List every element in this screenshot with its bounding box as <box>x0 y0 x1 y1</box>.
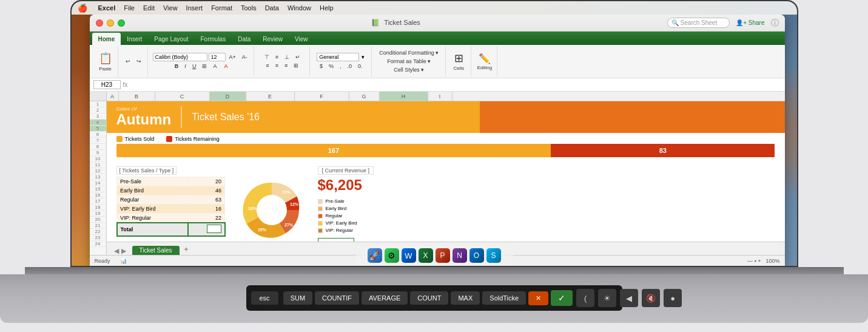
tab-data[interactable]: Data <box>232 33 257 45</box>
tb-ctrl-paren[interactable]: ( <box>576 289 594 307</box>
progress-legend: Tickets Sold Tickets Remaining <box>116 136 775 142</box>
dock-icon-outlook[interactable]: O <box>469 248 484 263</box>
tb-mute-button[interactable]: 🔇 <box>642 289 660 307</box>
menu-format[interactable]: Format <box>211 4 232 12</box>
tab-view[interactable]: View <box>289 33 314 45</box>
legend-vip-regular: VIP: Regular <box>318 228 775 233</box>
apple-menu[interactable]: 🍎 <box>78 4 87 13</box>
table-row: VIP: Early Bird 16 <box>117 205 225 214</box>
menu-insert[interactable]: Insert <box>186 4 203 12</box>
dock-icon-excel[interactable]: X <box>419 248 433 263</box>
dock-icon-skype[interactable]: S <box>486 248 501 263</box>
menu-excel[interactable]: Excel <box>98 4 116 12</box>
decrease-font-button[interactable]: A- <box>240 53 250 61</box>
comma-button[interactable]: , <box>337 63 344 70</box>
tb-siri-button[interactable]: ● <box>664 289 682 307</box>
ready-status: Ready <box>95 258 110 264</box>
menu-view[interactable]: View <box>163 4 178 12</box>
font-family-select[interactable] <box>153 53 207 61</box>
formula-icon[interactable]: fx <box>123 81 128 88</box>
tb-count-button[interactable]: COUNT <box>410 291 448 305</box>
close-button[interactable] <box>96 19 103 27</box>
redo-button[interactable]: ↪ <box>134 58 144 65</box>
tab-review[interactable]: Review <box>257 33 289 45</box>
decrease-decimal[interactable]: 0. <box>355 63 365 70</box>
menu-data[interactable]: Data <box>265 4 279 12</box>
cell-reference[interactable] <box>93 80 121 89</box>
tb-brightness-button[interactable]: ☀ <box>598 289 616 307</box>
dock-icon-app2[interactable]: W <box>402 248 416 263</box>
tb-sum-button[interactable]: SUM <box>283 291 312 305</box>
underline-button[interactable]: U <box>190 63 199 70</box>
bold-button[interactable]: B <box>172 63 181 70</box>
paste-button[interactable]: 📋 Paste <box>97 50 114 73</box>
align-top[interactable]: ⊤ <box>262 53 272 61</box>
next-sheet-button[interactable]: ▶ <box>121 247 126 255</box>
conditional-formatting-button[interactable]: Conditional Formatting ▾ <box>377 49 441 56</box>
tb-esc-button[interactable]: esc <box>251 291 278 305</box>
maximize-button[interactable] <box>118 19 125 27</box>
tab-home[interactable]: Home <box>92 33 121 45</box>
legend-label-vip-regular: VIP: Regular <box>326 228 353 233</box>
cell-styles-button[interactable]: Cell Styles ▾ <box>391 66 426 73</box>
autumn-text: Autumn <box>116 112 172 127</box>
dock-icon-powerpoint[interactable]: P <box>436 248 450 263</box>
info-icon[interactable]: ⓘ <box>771 18 779 29</box>
tab-page-layout[interactable]: Page Layout <box>148 33 194 45</box>
tb-max-button[interactable]: MAX <box>451 291 480 305</box>
dock-icon-onenote[interactable]: N <box>453 248 467 263</box>
menu-help[interactable]: Help <box>320 4 334 12</box>
header-divider <box>181 106 182 128</box>
tb-countif-button[interactable]: COUNTIF <box>315 291 359 305</box>
menu-window[interactable]: Window <box>288 4 311 12</box>
percent-button[interactable]: % <box>326 63 336 70</box>
tb-confirm-button[interactable]: ✓ <box>551 290 573 306</box>
dock-icon-app1[interactable]: ⚙ <box>385 248 399 263</box>
ribbon-tabs: Home Insert Page Layout Formulas Data Re… <box>90 32 785 45</box>
donut-hole <box>257 195 287 225</box>
tab-insert[interactable]: Insert <box>121 33 148 45</box>
fill-color-button[interactable]: A <box>210 63 220 70</box>
menu-edit[interactable]: Edit <box>143 4 155 12</box>
zoom-slider[interactable]: — ▪ + <box>747 258 761 264</box>
excel-titlebar: 📗 Ticket Sales 🔍 Search Sheet 👤+ Share ⓘ <box>90 15 785 32</box>
tb-cancel-button[interactable]: ✕ <box>528 291 548 305</box>
increase-decimal[interactable]: .0 <box>345 63 355 70</box>
chassis-body: MacBook Pro esc SUM COUNTIF AVERAGE COUN… <box>0 274 868 323</box>
add-sheet-button[interactable]: + <box>181 244 192 255</box>
merge-cells[interactable]: ⊞ <box>291 62 301 69</box>
menu-tools[interactable]: Tools <box>241 4 257 12</box>
cells-button[interactable]: ⊞ Cells <box>452 50 465 72</box>
align-right[interactable]: ≡ <box>282 62 290 69</box>
italic-button[interactable]: I <box>182 63 189 70</box>
align-center[interactable]: ≡ <box>273 62 281 69</box>
wrap-text[interactable]: ↵ <box>293 53 303 61</box>
dashboard-body: [ Tickets Sales / Type ] Pre-Sale 20 E <box>107 160 785 253</box>
donut-chart-section: 13% 12% 27% 38% 10% <box>235 170 308 249</box>
tab-formulas[interactable]: Formulas <box>194 33 232 45</box>
dock-icon-launchpad[interactable]: 🚀 <box>368 248 382 263</box>
share-button[interactable]: 👤+ Share <box>736 19 764 26</box>
align-bottom[interactable]: ⊥ <box>282 53 292 61</box>
font-color-button[interactable]: A <box>221 63 230 70</box>
editing-button[interactable]: ✏️ Editing <box>476 52 493 72</box>
minimize-button[interactable] <box>107 19 114 27</box>
tb-media-prev[interactable]: ◀ <box>620 289 638 307</box>
menu-file[interactable]: File <box>124 4 135 12</box>
spreadsheet-content[interactable]: Colors Of Autumn Ticket Sales '16 <box>107 101 785 255</box>
align-middle[interactable]: ≡ <box>273 53 281 61</box>
number-format-select[interactable] <box>317 53 359 61</box>
border-button[interactable]: ⊞ <box>200 63 209 70</box>
undo-button[interactable]: ↩ <box>123 58 133 65</box>
search-box[interactable]: 🔍 Search Sheet <box>667 18 730 28</box>
prev-sheet-button[interactable]: ◀ <box>114 247 119 255</box>
tb-average-button[interactable]: AVERAGE <box>362 291 408 305</box>
currency-button[interactable]: $ <box>317 63 325 70</box>
tb-soldticke-button[interactable]: SoldTicke <box>482 291 526 305</box>
formula-input[interactable] <box>130 81 781 89</box>
format-as-table-button[interactable]: Format as Table ▾ <box>385 58 433 65</box>
increase-font-button[interactable]: A+ <box>227 53 238 61</box>
sheet-tab-ticket-sales[interactable]: Ticket Sales <box>132 246 180 255</box>
align-left[interactable]: ≡ <box>263 62 271 69</box>
font-size-select[interactable] <box>209 53 226 61</box>
